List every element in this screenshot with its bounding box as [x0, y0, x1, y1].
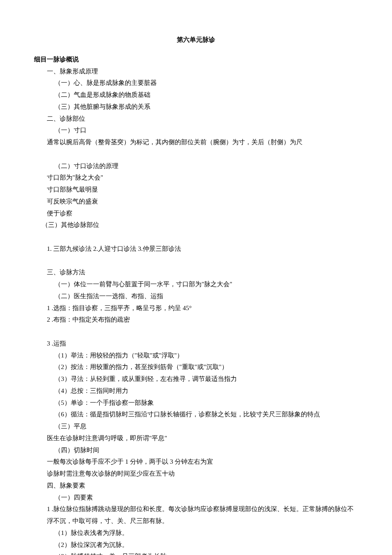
- body-text: 三、诊脉方法: [47, 267, 358, 279]
- body-text: 2 .布指：中指定关布指的疏密: [47, 314, 358, 326]
- body-text: （三）其他诊脉部位: [42, 219, 358, 231]
- body-text: 1. 三部九候诊法 2.人迎寸口诊法 3.仲景三部诊法: [47, 243, 358, 255]
- section-heading: 细目一脉诊概说: [34, 54, 358, 66]
- body-text: （三）其他脏腑与脉象形成的关系: [55, 101, 358, 113]
- body-text: 诊脉时需注意每次诊脉的时间至少应在五十动: [47, 468, 358, 480]
- body-text: （一）心、脉是形成脉象的主要脏器: [55, 77, 358, 89]
- blank-line: [34, 255, 358, 267]
- body-text: 二、诊脉部位: [47, 113, 358, 125]
- body-text: （1）脉位表浅者为浮脉。: [55, 527, 358, 539]
- body-text: （4）总按：三指同时用力: [55, 385, 358, 397]
- body-text: （3）寻法：从轻到重，或从重到轻，左右推寻，调节最适当指力: [55, 373, 358, 385]
- body-text: （三）平息: [55, 421, 358, 433]
- body-text: 1 .脉位脉位指脉搏跳动显现的部位和长度。每次诊脉均应诊察脉搏显现部位的浅深、长…: [47, 503, 358, 527]
- body-text: 医生在诊脉时注意调匀呼吸，即所谓"平息": [47, 433, 358, 445]
- body-text: 1 .选指：指目诊察，三指平齐，略呈弓形，约呈 45°: [47, 302, 358, 314]
- body-text: 一、脉象形成原理: [47, 66, 358, 78]
- body-text: （5）单诊：一个手指诊察一部脉象: [55, 397, 358, 409]
- body-text: 可反映宗气的盛衰: [47, 196, 358, 208]
- body-text: （一）寸口: [55, 125, 358, 137]
- body-text: 寸口部为"脉之大会": [47, 172, 358, 184]
- blank-line: [34, 326, 358, 338]
- body-text: （2）脉位深沉者为沉脉。: [55, 539, 358, 551]
- body-text: 一般每次诊脉每手应不少于 1 分钟，两手以 3 分钟左右为宜: [47, 456, 358, 468]
- body-text: （1）举法：用较轻的指力（"轻取"或"浮取"）: [55, 350, 358, 362]
- body-text: （6）循法：循是指切脉时三指沿寸口脉长轴循行，诊察脉之长短，比较寸关尺三部脉象的…: [55, 409, 358, 421]
- body-text: （四）切脉时间: [55, 445, 358, 456]
- body-text: 四、脉象要素: [47, 480, 358, 492]
- blank-line: [34, 148, 358, 160]
- page-title: 第六单元脉诊: [34, 34, 358, 46]
- body-text: （2）按法：用较重的指力，甚至按到筋骨（"重取"或"沉取"）: [55, 361, 358, 373]
- body-text: （二）气血是形成脉象的物质基础: [55, 89, 358, 101]
- body-text: 3 .运指: [47, 338, 358, 350]
- body-text: 便于诊察: [47, 208, 358, 220]
- body-text: 寸口部脉气最明显: [47, 184, 358, 196]
- body-text: 通常以腕后高骨（整骨茎突）为标记，其内侧的部位关前（腕侧）为寸，关后（肘侧）为尺: [47, 137, 358, 148]
- blank-line: [34, 231, 358, 243]
- body-text: （二）医生指法一一选指、布指、运指: [55, 291, 358, 302]
- body-text: （一）四要素: [55, 492, 358, 504]
- body-text: （二）寸口诊法的原理: [55, 160, 358, 172]
- body-text: （一）体位一一前臂与心脏置于同一水平，寸口部为"脉之大会": [55, 279, 358, 291]
- body-text: （3）脉搏超越寸、关、尺三部者为长脉。: [55, 551, 358, 555]
